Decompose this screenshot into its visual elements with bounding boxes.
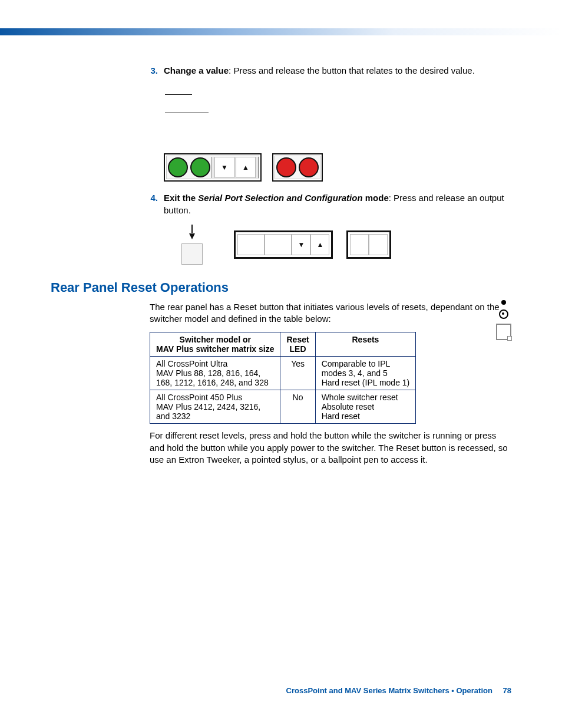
page-number: 78: [503, 686, 511, 695]
red-button-1: [276, 157, 296, 177]
outro-paragraph: For different reset levels, press and ho…: [150, 430, 511, 466]
green-button-2: [190, 157, 210, 177]
header-gradient-band: [0, 28, 562, 35]
step-4-mode-suffix: mode: [363, 193, 389, 203]
led-dot-icon: [501, 300, 506, 305]
press-output-button: [181, 243, 203, 265]
panel-display: ▼ ▲: [234, 230, 333, 259]
page-footer: CrossPoint and MAV Series Matrix Switche…: [0, 686, 562, 695]
step-3-rest: : Press and release the button that rela…: [229, 65, 475, 75]
step-4-mode-name: Serial Port Selection and Configuration: [198, 193, 362, 203]
step-4: 4. Exit the Serial Port Selection and Co…: [145, 192, 511, 216]
red-button-2: [299, 157, 319, 177]
arrow-stem: [191, 225, 193, 233]
th-model: Switcher model or MAV Plus switcher matr…: [150, 332, 280, 357]
up-arrow-icon: ▲: [310, 234, 329, 255]
footer-title: CrossPoint and MAV Series Matrix Switche…: [286, 686, 492, 695]
down-arrow-button: ▼: [214, 157, 234, 178]
th-resets: Resets: [315, 332, 416, 357]
blank-fill-lines: [165, 94, 511, 113]
th-led: Reset LED: [280, 332, 315, 357]
figure-output-button: ▼ ▲: [181, 225, 511, 265]
reset-button-icon: [499, 309, 508, 319]
step-3-lead: Change a value: [164, 65, 229, 75]
panel-small: [346, 230, 391, 259]
arrow-down-icon: [189, 233, 195, 239]
intro-paragraph: The rear panel has a Reset button that i…: [150, 301, 511, 325]
port-icon: [496, 324, 511, 340]
step-3: 3. Change a value: Press and release the…: [145, 65, 511, 77]
section-heading-rear-panel-reset: Rear Panel Reset Operations: [51, 280, 511, 295]
table-row: All CrossPoint 450 Plus MAV Plus 2412, 2…: [150, 390, 416, 424]
step-4-number: 4.: [145, 192, 158, 216]
table-row: All CrossPoint Ultra MAV Plus 88, 128, 8…: [150, 357, 416, 390]
up-arrow-button: ▲: [236, 157, 256, 178]
panel-red: [272, 153, 323, 182]
figure-value-buttons: ▼ ▲: [164, 153, 511, 182]
reset-modes-table: Switcher model or MAV Plus switcher matr…: [150, 332, 416, 424]
panel-green: ▼ ▲: [164, 153, 262, 182]
step-3-number: 3.: [145, 65, 158, 77]
down-arrow-icon: ▼: [292, 234, 310, 255]
green-button-1: [168, 157, 188, 177]
step-4-lead: Exit the: [164, 193, 198, 203]
